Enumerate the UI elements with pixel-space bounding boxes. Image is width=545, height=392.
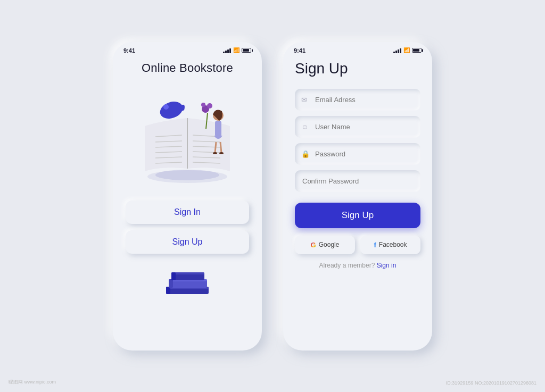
watermark-right: ID:31929159 NO:20201019102701296081 (446, 380, 536, 386)
phone-signup: 9:41 📶 Sign Up ✉ (283, 42, 432, 351)
member-text: Already a member? Sign in (295, 262, 420, 269)
svg-point-24 (207, 103, 212, 109)
input-group: ✉ ☺ 🔒 (295, 89, 420, 192)
password-wrapper: 🔒 (295, 143, 420, 165)
confirm-password-wrapper (295, 170, 420, 192)
svg-point-18 (213, 152, 217, 154)
confirm-password-input[interactable] (295, 170, 420, 192)
status-icons-2: 📶 (393, 47, 422, 53)
wifi-icon-2: 📶 (403, 47, 410, 53)
facebook-label: Facebook (379, 241, 407, 248)
svg-point-19 (219, 152, 224, 154)
bookstore-illustration (129, 84, 246, 190)
phone2-content: Sign Up ✉ ☺ 🔒 (283, 56, 432, 351)
battery-icon-2 (412, 48, 422, 53)
watermark-left: 昵图网 www.nipic.com (9, 379, 56, 386)
email-input[interactable] (295, 89, 420, 111)
svg-point-26 (155, 170, 219, 180)
google-icon: G (311, 241, 316, 249)
social-buttons: G Google f Facebook (295, 236, 420, 254)
wifi-icon-1: 📶 (233, 47, 240, 53)
signin-link[interactable]: Sign in (377, 262, 397, 269)
status-icons-1: 📶 (223, 47, 251, 53)
signup-nav-button[interactable]: Sign Up (126, 230, 249, 254)
main-container: 9:41 📶 Online Bookstore (113, 42, 432, 351)
svg-line-16 (215, 142, 216, 153)
battery-icon-1 (242, 48, 251, 53)
facebook-icon: f (374, 241, 376, 249)
phone1-content: Online Bookstore (113, 56, 262, 351)
svg-rect-32 (171, 272, 204, 274)
app-title: Online Bookstore (142, 61, 233, 75)
svg-line-17 (220, 142, 221, 153)
google-button[interactable]: G Google (295, 236, 355, 254)
google-label: Google (319, 241, 340, 248)
facebook-button[interactable]: f Facebook (360, 236, 420, 254)
svg-rect-34 (169, 279, 173, 288)
svg-rect-15 (215, 121, 221, 137)
signal-icon-1 (223, 48, 231, 53)
password-input[interactable] (295, 143, 420, 165)
svg-rect-35 (171, 272, 176, 280)
books-stack-illustration (163, 264, 211, 301)
svg-point-21 (163, 104, 169, 110)
status-bar-1: 9:41 📶 (113, 42, 262, 56)
status-time-1: 9:41 (123, 47, 135, 54)
svg-point-25 (201, 103, 205, 107)
signal-icon-2 (393, 48, 401, 53)
phone-bookstore: 9:41 📶 Online Bookstore (113, 42, 262, 351)
status-time-2: 9:41 (294, 47, 305, 54)
username-wrapper: ☺ (295, 116, 420, 138)
svg-rect-33 (166, 287, 170, 294)
username-input[interactable] (295, 116, 420, 138)
signup-submit-button[interactable]: Sign Up (295, 203, 420, 228)
signin-button[interactable]: Sign In (126, 201, 249, 224)
phone1-buttons: Sign In Sign Up (126, 201, 249, 254)
email-wrapper: ✉ (295, 89, 420, 111)
signup-title: Sign Up (295, 60, 420, 77)
status-bar-2: 9:41 📶 (283, 42, 432, 56)
